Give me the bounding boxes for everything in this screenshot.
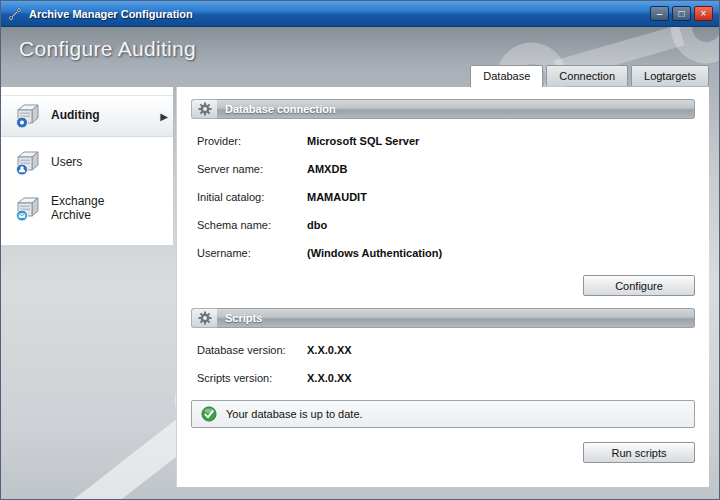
field-value: Microsoft SQL Server bbox=[307, 135, 419, 148]
gear-icon bbox=[191, 308, 217, 328]
sidebar-item-label: Exchange Archive bbox=[51, 195, 135, 223]
field-initial-catalog: Initial catalog: MAMAUDIT bbox=[197, 191, 695, 204]
success-check-icon bbox=[200, 405, 218, 423]
run-scripts-button[interactable]: Run scripts bbox=[583, 442, 695, 463]
field-provider: Provider: Microsoft SQL Server bbox=[197, 135, 695, 148]
run-scripts-button-row: Run scripts bbox=[191, 442, 695, 463]
auditing-database-icon bbox=[13, 101, 43, 131]
database-connection-section-header: Database connection bbox=[191, 99, 695, 119]
field-label: Scripts version: bbox=[197, 372, 307, 385]
field-label: Database version: bbox=[197, 344, 307, 357]
sidebar-item-exchange-archive[interactable]: Exchange Archive bbox=[1, 189, 173, 229]
status-message: Your database is up to date. bbox=[226, 408, 363, 420]
users-database-icon bbox=[13, 148, 43, 178]
page-title: Configure Auditing bbox=[19, 37, 196, 61]
field-value: AMXDB bbox=[307, 163, 347, 176]
archive-manager-window: Archive Manager Configuration – □ × Conf… bbox=[0, 0, 720, 500]
field-server-name: Server name: AMXDB bbox=[197, 163, 695, 176]
field-value: (Windows Authentication) bbox=[307, 247, 442, 260]
tab-logtargets[interactable]: Logtargets bbox=[631, 65, 709, 86]
field-value: X.X.0.XX bbox=[307, 372, 352, 385]
scripts-section-header: Scripts bbox=[191, 308, 695, 328]
gear-icon bbox=[191, 99, 217, 119]
selected-arrow-icon: ▶ bbox=[160, 111, 168, 122]
field-label: Username: bbox=[197, 247, 307, 260]
field-schema-name: Schema name: dbo bbox=[197, 219, 695, 232]
sidebar: Auditing ▶ Users bbox=[1, 87, 173, 245]
exchange-archive-icon bbox=[13, 194, 43, 224]
sidebar-item-label: Users bbox=[51, 156, 82, 170]
section-title-bar: Database connection bbox=[217, 99, 695, 119]
field-label: Server name: bbox=[197, 163, 307, 176]
configure-button-row: Configure bbox=[191, 275, 695, 296]
minimize-button[interactable]: – bbox=[650, 6, 669, 21]
section-title: Scripts bbox=[225, 312, 262, 324]
tab-connection[interactable]: Connection bbox=[546, 65, 628, 86]
field-value: dbo bbox=[307, 219, 327, 232]
field-username: Username: (Windows Authentication) bbox=[197, 247, 695, 260]
app-wrench-icon bbox=[7, 6, 23, 22]
field-value: MAMAUDIT bbox=[307, 191, 367, 204]
window-controls: – □ × bbox=[650, 6, 713, 21]
maximize-button[interactable]: □ bbox=[672, 6, 691, 21]
sidebar-item-users[interactable]: Users bbox=[1, 143, 173, 183]
sidebar-item-label: Auditing bbox=[51, 109, 100, 123]
window-title: Archive Manager Configuration bbox=[29, 8, 644, 20]
section-title: Database connection bbox=[225, 103, 336, 115]
window-body: Configure Auditing Database Connection L… bbox=[1, 27, 719, 499]
database-status-box: Your database is up to date. bbox=[191, 400, 695, 428]
main-panel: Database connection Provider: Microsoft … bbox=[176, 87, 709, 487]
close-button[interactable]: × bbox=[694, 6, 713, 21]
sidebar-item-auditing[interactable]: Auditing ▶ bbox=[1, 95, 173, 137]
field-value: X.X.0.XX bbox=[307, 344, 352, 357]
field-label: Schema name: bbox=[197, 219, 307, 232]
field-scripts-version: Scripts version: X.X.0.XX bbox=[197, 372, 695, 385]
field-label: Provider: bbox=[197, 135, 307, 148]
field-database-version: Database version: X.X.0.XX bbox=[197, 344, 695, 357]
titlebar: Archive Manager Configuration – □ × bbox=[1, 1, 719, 27]
configure-button[interactable]: Configure bbox=[583, 275, 695, 296]
tab-bar: Database Connection Logtargets bbox=[467, 65, 709, 86]
field-label: Initial catalog: bbox=[197, 191, 307, 204]
tab-database[interactable]: Database bbox=[470, 65, 543, 87]
section-title-bar: Scripts bbox=[217, 308, 695, 328]
